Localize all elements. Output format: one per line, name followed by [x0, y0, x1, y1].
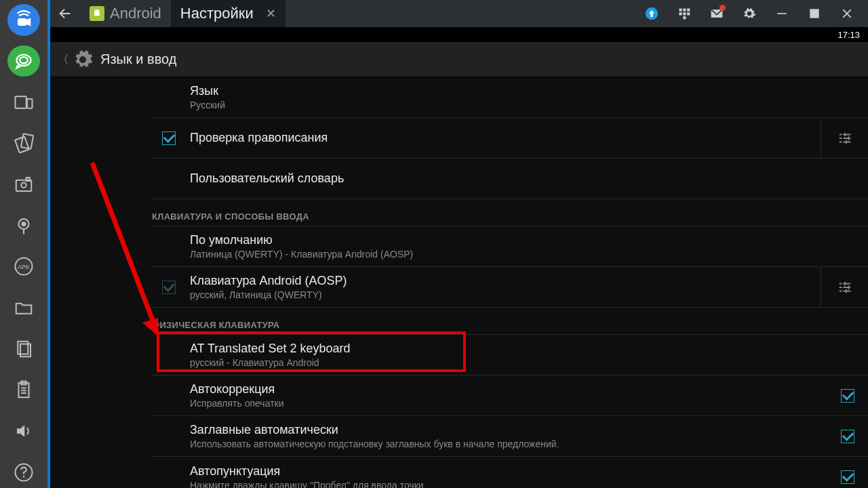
svg-rect-6: [21, 134, 33, 149]
action-back-icon: 〈: [57, 52, 69, 68]
svg-point-24: [98, 11, 98, 12]
svg-rect-34: [683, 16, 686, 19]
sidebar-copy-icon[interactable]: [7, 333, 40, 365]
svg-text:APK: APK: [18, 264, 30, 270]
aosp-settings-button[interactable]: [821, 267, 868, 307]
sidebar-clipboard-icon[interactable]: [7, 374, 40, 406]
svg-point-8: [21, 183, 26, 188]
window-maximize-button[interactable]: [807, 6, 822, 21]
svg-rect-30: [687, 9, 690, 12]
sidebar-chat-icon[interactable]: [7, 45, 40, 77]
row-autocaps-sub: Использовать автоматическую подстановку …: [190, 439, 827, 449]
svg-point-22: [23, 476, 25, 478]
sidebar-devices-icon[interactable]: [7, 86, 40, 118]
svg-rect-39: [848, 136, 849, 140]
tab-settings[interactable]: Настройки ✕: [171, 0, 285, 27]
row-language[interactable]: Язык Русский: [152, 77, 868, 118]
row-autopunct-title: Автопунктуация: [190, 464, 827, 479]
sidebar-camera-icon[interactable]: [7, 169, 40, 201]
row-language-title: Язык: [190, 84, 868, 98]
svg-rect-32: [683, 12, 686, 15]
svg-rect-33: [687, 12, 690, 15]
titlebar-upload-icon[interactable]: [644, 6, 659, 21]
back-button[interactable]: [50, 0, 80, 27]
titlebar-mail-icon[interactable]: [709, 6, 724, 21]
sidebar-rotation-icon[interactable]: [7, 127, 40, 159]
svg-point-23: [95, 11, 96, 12]
row-language-sub: Русский: [190, 100, 868, 110]
tab-close-icon[interactable]: ✕: [266, 6, 276, 21]
window-close-button[interactable]: [840, 6, 854, 21]
row-spellcheck[interactable]: Проверка правописания: [152, 118, 868, 159]
row-autocaps[interactable]: Заглавные автоматически Использовать авт…: [152, 416, 868, 457]
action-bar-title: Язык и ввод: [100, 52, 176, 67]
tab-android-home[interactable]: Android: [80, 0, 171, 27]
row-phys-sub: русский - Клавиатура Android: [190, 357, 868, 368]
svg-rect-43: [845, 289, 846, 293]
tab-settings-label: Настройки: [180, 5, 254, 22]
android-surface: 17:13 〈 Язык и ввод Язык Русский Проверк…: [50, 27, 868, 488]
row-autocorr-sub: Исправлять опечатки: [190, 398, 827, 409]
row-defkb-title: По умолчанию: [190, 233, 868, 247]
row-autocorrect[interactable]: Автокоррекция Исправлять опечатки: [152, 375, 868, 416]
row-autocaps-title: Заглавные автоматически: [190, 423, 827, 437]
row-spellcheck-title: Проверка правописания: [190, 131, 821, 145]
svg-rect-3: [16, 96, 26, 108]
app-sidebar: APK: [0, 0, 47, 488]
row-defkb-sub: Латиница (QWERTY) - Клавиатура Android (…: [190, 249, 868, 260]
row-autopunct[interactable]: Автопунктуация Нажмите дважды клавишу "П…: [152, 457, 868, 488]
svg-line-25: [95, 9, 96, 10]
svg-rect-42: [848, 285, 849, 289]
sidebar-location-icon[interactable]: [7, 209, 40, 241]
window-minimize-button[interactable]: [774, 6, 789, 21]
row-aosp-keyboard[interactable]: Клавиатура Android (AOSP) русский, Латин…: [152, 267, 868, 308]
autocorrect-checkbox[interactable]: [841, 389, 854, 403]
svg-rect-28: [679, 9, 682, 12]
svg-rect-40: [845, 140, 846, 144]
spellcheck-checkbox[interactable]: [162, 131, 176, 145]
status-time: 17:13: [837, 30, 860, 40]
svg-rect-36: [777, 13, 786, 14]
section-header-physical: ФИЗИЧЕСКАЯ КЛАВИАТУРА: [152, 308, 868, 335]
row-aosp-title: Клавиатура Android (AOSP): [190, 274, 821, 288]
svg-line-26: [98, 9, 99, 10]
sidebar-apk-icon[interactable]: APK: [7, 251, 40, 283]
svg-rect-9: [26, 178, 30, 181]
row-userdict-title: Пользовательский словарь: [190, 171, 868, 186]
svg-rect-29: [683, 9, 686, 12]
window-titlebar: Android Настройки ✕: [50, 0, 868, 27]
svg-rect-4: [27, 99, 33, 108]
autocaps-checkbox[interactable]: [841, 430, 854, 443]
sidebar-help-icon[interactable]: [7, 456, 40, 488]
row-physical-keyboard[interactable]: AT Translated Set 2 keyboard русский - К…: [152, 335, 868, 375]
svg-rect-31: [679, 12, 682, 15]
android-icon: [90, 6, 104, 21]
row-user-dictionary[interactable]: Пользовательский словарь: [152, 159, 868, 199]
row-phys-title: AT Translated Set 2 keyboard: [190, 342, 868, 356]
action-bar[interactable]: 〈 Язык и ввод: [50, 42, 868, 77]
tab-home-label: Android: [110, 5, 161, 22]
svg-rect-38: [844, 132, 846, 136]
row-aosp-sub: русский, Латиница (QWERTY): [190, 289, 821, 300]
row-default-keyboard[interactable]: По умолчанию Латиница (QWERTY) - Клавиат…: [152, 226, 868, 267]
titlebar-grid-icon[interactable]: [677, 6, 692, 21]
sidebar-record-icon[interactable]: [7, 4, 40, 36]
notification-dot: [719, 5, 726, 11]
settings-list: Язык Русский Проверка правописания Польз…: [50, 77, 868, 488]
settings-gear-icon: [72, 49, 94, 70]
autopunct-checkbox[interactable]: [841, 470, 854, 484]
svg-rect-37: [810, 9, 818, 18]
aosp-checkbox: [162, 281, 176, 294]
svg-point-2: [20, 57, 28, 63]
sidebar-volume-icon[interactable]: [7, 415, 40, 447]
row-autopunct-sub: Нажмите дважды клавишу "Пробел" для ввод…: [190, 480, 827, 489]
section-header-keyboard: КЛАВИАТУРА И СПОСОБЫ ВВОДА: [152, 199, 868, 226]
svg-point-11: [22, 222, 26, 226]
svg-rect-0: [18, 19, 26, 25]
sidebar-folder-icon[interactable]: [7, 292, 40, 324]
status-bar: 17:13: [50, 27, 868, 42]
spellcheck-settings-button[interactable]: [821, 118, 868, 158]
svg-rect-41: [844, 281, 846, 285]
row-autocorr-title: Автокоррекция: [190, 382, 827, 396]
titlebar-settings-icon[interactable]: [742, 6, 757, 21]
